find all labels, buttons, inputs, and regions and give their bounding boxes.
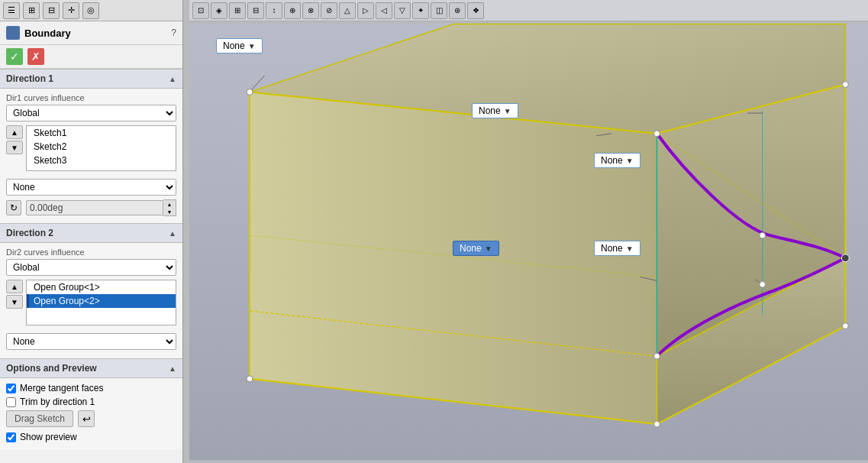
vp-btn-3[interactable]: ⊟: [247, 2, 264, 19]
vp-label-2-arrow: ▼: [626, 157, 634, 165]
dir2-sketch-item-1[interactable]: Open Group<2>: [27, 294, 176, 308]
vp-label-3-arrow: ▼: [485, 244, 492, 253]
dir1-refresh-button[interactable]: ↻: [6, 200, 21, 215]
svg-point-16: [247, 89, 253, 95]
dir2-arrows: ▲ ▼: [6, 280, 23, 325]
vp-btn-2[interactable]: ⊞: [229, 2, 246, 19]
dir1-up-button[interactable]: ▲: [6, 125, 23, 139]
dir1-sketch-item-0[interactable]: Sketch1: [27, 126, 176, 140]
drag-sketch-button[interactable]: Drag Sketch: [6, 410, 73, 427]
trim-direction-row: Trim by direction 1: [6, 397, 176, 407]
vp-label-4[interactable]: None ▼: [594, 241, 641, 256]
vp-btn-1[interactable]: ◈: [211, 2, 227, 19]
options-collapse-icon: ▲: [169, 364, 176, 373]
options-header[interactable]: Options and Preview ▲: [0, 358, 182, 378]
vp-label-2-text: None: [601, 155, 623, 166]
vp-label-3-text: None: [460, 243, 482, 254]
dir1-angle-down[interactable]: ▼: [163, 208, 176, 215]
dir1-angle-container: 0.00deg ▲ ▼: [26, 199, 176, 216]
action-row: ✓ ✗: [0, 45, 182, 69]
vp-btn-15[interactable]: ❖: [467, 2, 484, 19]
dir2-sketch-item-0[interactable]: Open Group<1>: [27, 280, 176, 294]
trim-direction-checkbox[interactable]: [6, 397, 16, 407]
panel-title-label: Boundary: [24, 28, 71, 39]
top-toolbar: ☰ ⊞ ⊟ ✛ ◎: [0, 0, 182, 21]
vp-label-3[interactable]: None ▼: [453, 241, 499, 256]
direction2-header[interactable]: Direction 2 ▲: [0, 223, 182, 243]
trim-direction-label[interactable]: Trim by direction 1: [20, 397, 95, 407]
svg-marker-2: [250, 92, 657, 424]
svg-point-20: [653, 421, 660, 427]
vp-btn-9[interactable]: ▷: [357, 2, 374, 19]
direction1-label: Direction 1: [6, 73, 53, 84]
direction1-collapse-icon: ▲: [169, 75, 176, 83]
dir1-sketch-list-container: Sketch1 Sketch2 Sketch3: [26, 125, 176, 175]
options-content: Merge tangent faces Trim by direction 1 …: [0, 378, 182, 450]
vp-btn-11[interactable]: ▽: [394, 2, 411, 19]
dir1-sketch-item-2[interactable]: Sketch3: [27, 154, 176, 167]
left-panel: ☰ ⊞ ⊟ ✛ ◎ Boundary ? ✓ ✗ Direction 1 ▲ D…: [0, 0, 183, 463]
vp-label-1-text: None: [479, 105, 501, 116]
toolbar-btn-0[interactable]: ☰: [3, 2, 20, 19]
vp-btn-6[interactable]: ⊗: [302, 2, 319, 19]
toolbar-btn-1[interactable]: ⊞: [23, 2, 40, 19]
vp-label-0-arrow: ▼: [248, 42, 256, 50]
direction2-collapse-icon: ▲: [169, 229, 176, 238]
dir1-curves-label: Dir1 curves influence: [6, 93, 176, 102]
merge-tangent-row: Merge tangent faces: [6, 383, 176, 393]
confirm-button[interactable]: ✓: [6, 48, 23, 65]
svg-point-24: [653, 353, 660, 359]
vp-label-1[interactable]: None ▼: [472, 103, 518, 118]
vp-label-4-text: None: [601, 243, 623, 254]
svg-point-17: [653, 131, 660, 137]
direction1-content: Dir1 curves influence Global ▲ ▼ Sketch1…: [0, 89, 182, 223]
help-icon[interactable]: ?: [171, 28, 176, 38]
svg-point-19: [247, 376, 253, 382]
dir1-sketch-item-1[interactable]: Sketch2: [27, 140, 176, 154]
cancel-button[interactable]: ✗: [27, 48, 44, 65]
vp-btn-12[interactable]: ✦: [412, 2, 429, 19]
vp-btn-13[interactable]: ◫: [431, 2, 447, 19]
vp-btn-0[interactable]: ⊡: [192, 2, 209, 19]
show-preview-row: Show preview: [6, 432, 176, 442]
dir1-curves-select[interactable]: Global: [6, 105, 176, 121]
dir1-angle-spinners: ▲ ▼: [163, 199, 176, 216]
dir1-angle-up[interactable]: ▲: [163, 200, 176, 208]
vp-btn-4[interactable]: ↕: [266, 2, 282, 19]
dir2-sketch-list-container: Open Group<1> Open Group<2>: [26, 280, 176, 329]
dir2-down-button[interactable]: ▼: [6, 295, 23, 309]
vp-btn-10[interactable]: ◁: [376, 2, 392, 19]
dir1-none-select[interactable]: None: [6, 179, 176, 196]
show-preview-checkbox[interactable]: [6, 432, 16, 442]
vp-label-0[interactable]: None ▼: [216, 38, 263, 53]
dir1-list-section: ▲ ▼ Sketch1 Sketch2 Sketch3: [6, 125, 176, 175]
vp-label-0-text: None: [223, 40, 245, 51]
toolbar-btn-4[interactable]: ◎: [82, 2, 99, 19]
undo-button[interactable]: ↩: [78, 410, 95, 427]
boundary-icon: [6, 26, 20, 40]
dir2-up-button[interactable]: ▲: [6, 280, 23, 293]
merge-tangent-checkbox[interactable]: [6, 384, 16, 393]
vp-btn-7[interactable]: ⊘: [321, 2, 337, 19]
vp-btn-5[interactable]: ⊕: [284, 2, 301, 19]
vp-btn-8[interactable]: △: [339, 2, 356, 19]
dir1-refresh-row: ↻ 0.00deg ▲ ▼: [6, 199, 176, 216]
dir2-curves-select[interactable]: Global: [6, 259, 176, 276]
direction1-header[interactable]: Direction 1 ▲: [0, 69, 182, 89]
dir1-down-button[interactable]: ▼: [6, 141, 23, 154]
dir1-angle-input[interactable]: 0.00deg: [26, 200, 163, 215]
dir2-none-select[interactable]: None: [6, 333, 176, 350]
resize-handle[interactable]: · · ·: [183, 0, 189, 463]
vp-label-1-arrow: ▼: [504, 107, 511, 115]
toolbar-btn-3[interactable]: ✛: [63, 2, 79, 19]
direction2-content: Dir2 curves influence Global ▲ ▼ Open Gr…: [0, 243, 182, 358]
dir2-list-section: ▲ ▼ Open Group<1> Open Group<2>: [6, 280, 176, 329]
vp-label-2[interactable]: None ▼: [594, 153, 641, 168]
options-label: Options and Preview: [6, 363, 97, 374]
svg-point-21: [842, 323, 848, 329]
merge-tangent-label[interactable]: Merge tangent faces: [20, 383, 103, 393]
show-preview-label[interactable]: Show preview: [20, 432, 77, 442]
toolbar-btn-2[interactable]: ⊟: [43, 2, 60, 19]
panel-header: Boundary ?: [0, 21, 182, 45]
vp-btn-14[interactable]: ⊛: [449, 2, 466, 19]
